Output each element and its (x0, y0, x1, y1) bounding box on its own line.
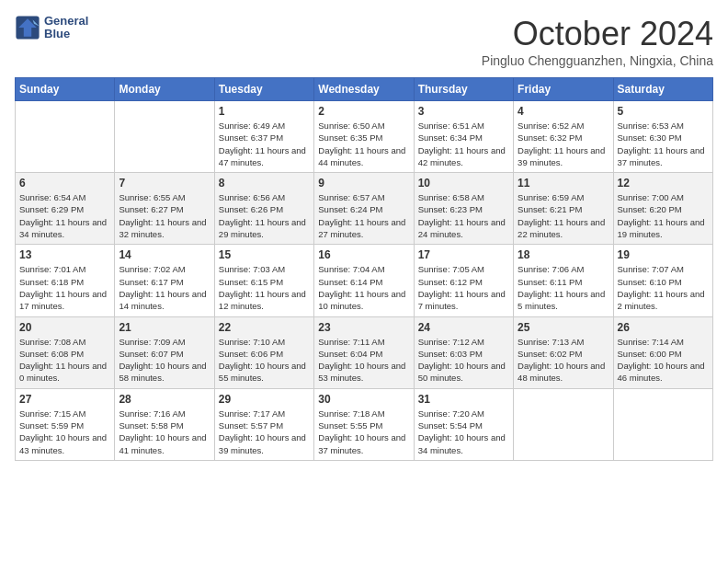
day-info: Sunrise: 7:01 AM Sunset: 6:18 PM Dayligh… (19, 263, 110, 312)
day-info: Sunrise: 7:17 AM Sunset: 5:57 PM Dayligh… (219, 408, 310, 456)
day-number: 1 (219, 105, 310, 118)
day-info: Sunrise: 7:12 AM Sunset: 6:03 PM Dayligh… (418, 336, 509, 385)
day-info: Sunrise: 6:50 AM Sunset: 6:35 PM Dayligh… (318, 120, 409, 168)
day-header-friday: Friday (514, 78, 613, 101)
day-number: 31 (418, 393, 509, 406)
day-number: 12 (618, 177, 709, 190)
day-number: 29 (219, 393, 310, 406)
day-info: Sunrise: 7:05 AM Sunset: 6:12 PM Dayligh… (418, 263, 509, 312)
day-number: 24 (418, 321, 509, 334)
calendar-cell: 25Sunrise: 7:13 AM Sunset: 6:02 PM Dayli… (514, 316, 613, 388)
calendar-cell: 4Sunrise: 6:52 AM Sunset: 6:32 PM Daylig… (514, 101, 613, 173)
week-row-4: 20Sunrise: 7:08 AM Sunset: 6:08 PM Dayli… (16, 316, 713, 388)
calendar-cell: 13Sunrise: 7:01 AM Sunset: 6:18 PM Dayli… (16, 245, 115, 316)
day-number: 16 (318, 248, 409, 261)
calendar-table: SundayMondayTuesdayWednesdayThursdayFrid… (15, 77, 713, 461)
calendar-cell: 15Sunrise: 7:03 AM Sunset: 6:15 PM Dayli… (214, 245, 313, 316)
day-info: Sunrise: 6:59 AM Sunset: 6:21 PM Dayligh… (518, 191, 609, 240)
day-number: 6 (19, 177, 110, 190)
calendar-cell: 6Sunrise: 6:54 AM Sunset: 6:29 PM Daylig… (16, 173, 115, 245)
day-info: Sunrise: 6:57 AM Sunset: 6:24 PM Dayligh… (318, 191, 409, 240)
week-row-5: 27Sunrise: 7:15 AM Sunset: 5:59 PM Dayli… (16, 388, 713, 460)
day-number: 25 (518, 321, 609, 334)
day-info: Sunrise: 7:14 AM Sunset: 6:00 PM Dayligh… (618, 336, 709, 385)
day-info: Sunrise: 6:52 AM Sunset: 6:32 PM Dayligh… (518, 120, 609, 168)
location-subtitle: Pingluo Chengguanzhen, Ningxia, China (482, 53, 713, 68)
calendar-cell: 19Sunrise: 7:07 AM Sunset: 6:10 PM Dayli… (613, 245, 712, 316)
calendar-cell: 23Sunrise: 7:11 AM Sunset: 6:04 PM Dayli… (314, 316, 414, 388)
day-info: Sunrise: 7:07 AM Sunset: 6:10 PM Dayligh… (618, 263, 709, 312)
day-info: Sunrise: 7:16 AM Sunset: 5:58 PM Dayligh… (119, 408, 210, 456)
day-number: 14 (119, 248, 210, 261)
day-info: Sunrise: 6:53 AM Sunset: 6:30 PM Dayligh… (618, 120, 709, 168)
day-number: 11 (518, 177, 609, 190)
logo-line2: Blue (44, 28, 88, 40)
day-number: 26 (618, 321, 709, 334)
calendar-cell: 7Sunrise: 6:55 AM Sunset: 6:27 PM Daylig… (115, 173, 214, 245)
day-info: Sunrise: 7:00 AM Sunset: 6:20 PM Dayligh… (618, 191, 709, 240)
calendar-cell: 1Sunrise: 6:49 AM Sunset: 6:37 PM Daylig… (214, 101, 313, 173)
calendar-cell: 26Sunrise: 7:14 AM Sunset: 6:00 PM Dayli… (613, 316, 712, 388)
calendar-cell: 12Sunrise: 7:00 AM Sunset: 6:20 PM Dayli… (613, 173, 712, 245)
day-info: Sunrise: 7:18 AM Sunset: 5:55 PM Dayligh… (318, 408, 409, 456)
day-header-monday: Monday (115, 78, 214, 101)
day-header-sunday: Sunday (16, 78, 115, 101)
day-info: Sunrise: 6:51 AM Sunset: 6:34 PM Dayligh… (418, 120, 509, 168)
day-info: Sunrise: 6:49 AM Sunset: 6:37 PM Dayligh… (219, 120, 310, 168)
calendar-cell (115, 101, 214, 173)
calendar-header: SundayMondayTuesdayWednesdayThursdayFrid… (16, 78, 713, 101)
day-info: Sunrise: 7:11 AM Sunset: 6:04 PM Dayligh… (318, 336, 409, 385)
day-info: Sunrise: 6:55 AM Sunset: 6:27 PM Dayligh… (119, 191, 210, 240)
day-number: 17 (418, 248, 509, 261)
calendar-cell: 30Sunrise: 7:18 AM Sunset: 5:55 PM Dayli… (314, 388, 414, 460)
day-number: 21 (119, 321, 210, 334)
logo: General Blue (15, 15, 88, 41)
day-number: 27 (19, 393, 110, 406)
day-info: Sunrise: 7:04 AM Sunset: 6:14 PM Dayligh… (318, 263, 409, 312)
calendar-cell: 20Sunrise: 7:08 AM Sunset: 6:08 PM Dayli… (16, 316, 115, 388)
day-number: 18 (518, 248, 609, 261)
header-row: SundayMondayTuesdayWednesdayThursdayFrid… (16, 78, 713, 101)
calendar-cell: 9Sunrise: 6:57 AM Sunset: 6:24 PM Daylig… (314, 173, 414, 245)
calendar-cell: 2Sunrise: 6:50 AM Sunset: 6:35 PM Daylig… (314, 101, 414, 173)
calendar-cell: 5Sunrise: 6:53 AM Sunset: 6:30 PM Daylig… (613, 101, 712, 173)
day-info: Sunrise: 7:09 AM Sunset: 6:07 PM Dayligh… (119, 336, 210, 385)
calendar-cell: 21Sunrise: 7:09 AM Sunset: 6:07 PM Dayli… (115, 316, 214, 388)
day-info: Sunrise: 7:13 AM Sunset: 6:02 PM Dayligh… (518, 336, 609, 385)
day-number: 20 (19, 321, 110, 334)
day-number: 9 (318, 177, 409, 190)
day-info: Sunrise: 7:10 AM Sunset: 6:06 PM Dayligh… (219, 336, 310, 385)
day-header-tuesday: Tuesday (214, 78, 313, 101)
calendar-cell: 8Sunrise: 6:56 AM Sunset: 6:26 PM Daylig… (214, 173, 313, 245)
day-number: 13 (19, 248, 110, 261)
page-header: General Blue October 2024 Pingluo Chengg… (15, 15, 713, 68)
calendar-body: 1Sunrise: 6:49 AM Sunset: 6:37 PM Daylig… (16, 101, 713, 461)
day-number: 15 (219, 248, 310, 261)
calendar-cell: 31Sunrise: 7:20 AM Sunset: 5:54 PM Dayli… (414, 388, 513, 460)
day-number: 7 (119, 177, 210, 190)
day-info: Sunrise: 7:15 AM Sunset: 5:59 PM Dayligh… (19, 408, 110, 456)
calendar-cell: 27Sunrise: 7:15 AM Sunset: 5:59 PM Dayli… (16, 388, 115, 460)
day-number: 19 (618, 248, 709, 261)
day-number: 28 (119, 393, 210, 406)
calendar-cell: 28Sunrise: 7:16 AM Sunset: 5:58 PM Dayli… (115, 388, 214, 460)
title-area: October 2024 Pingluo Chengguanzhen, Ning… (482, 15, 713, 68)
calendar-cell (613, 388, 712, 460)
week-row-1: 1Sunrise: 6:49 AM Sunset: 6:37 PM Daylig… (16, 101, 713, 173)
day-info: Sunrise: 7:02 AM Sunset: 6:17 PM Dayligh… (119, 263, 210, 312)
day-number: 2 (318, 105, 409, 118)
month-title: October 2024 (482, 15, 713, 53)
logo-text: General Blue (44, 15, 88, 41)
day-number: 5 (618, 105, 709, 118)
calendar-cell: 11Sunrise: 6:59 AM Sunset: 6:21 PM Dayli… (514, 173, 613, 245)
calendar-cell: 22Sunrise: 7:10 AM Sunset: 6:06 PM Dayli… (214, 316, 313, 388)
calendar-cell: 18Sunrise: 7:06 AM Sunset: 6:11 PM Dayli… (514, 245, 613, 316)
day-info: Sunrise: 7:03 AM Sunset: 6:15 PM Dayligh… (219, 263, 310, 312)
day-info: Sunrise: 6:54 AM Sunset: 6:29 PM Dayligh… (19, 191, 110, 240)
calendar-cell: 24Sunrise: 7:12 AM Sunset: 6:03 PM Dayli… (414, 316, 513, 388)
calendar-cell (514, 388, 613, 460)
day-header-thursday: Thursday (414, 78, 513, 101)
logo-icon (15, 15, 40, 40)
week-row-2: 6Sunrise: 6:54 AM Sunset: 6:29 PM Daylig… (16, 173, 713, 245)
day-number: 8 (219, 177, 310, 190)
